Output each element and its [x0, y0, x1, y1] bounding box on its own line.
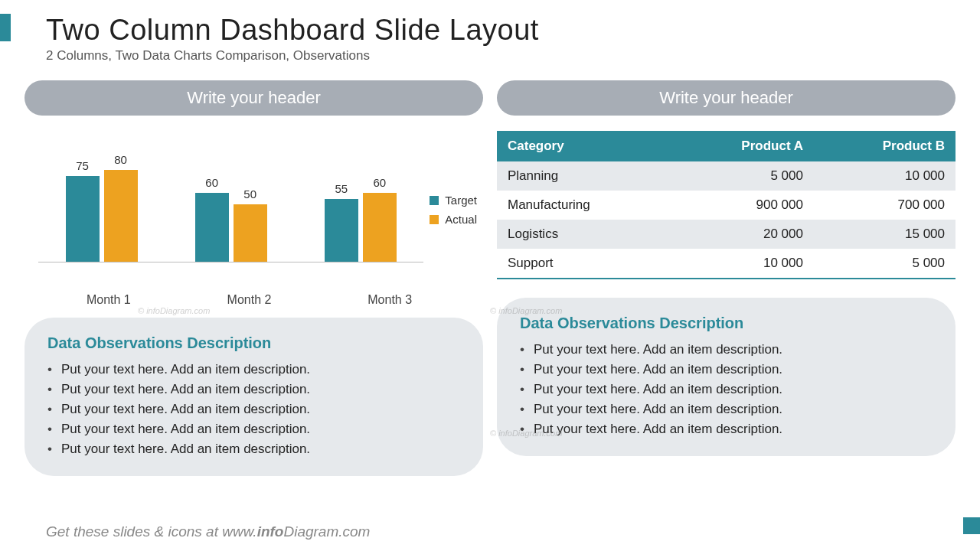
bullet-item: Put your text here. Add an item descript…	[520, 419, 933, 439]
table-row: Manufacturing900 000700 000	[497, 191, 956, 220]
accent-left	[0, 14, 11, 41]
right-header: Write your header	[497, 80, 956, 116]
table-header: Product B	[814, 131, 956, 161]
page-title: Two Column Dashboard Slide Layout	[46, 14, 934, 47]
table-cell: Logistics	[497, 220, 673, 249]
bar-actual: 80	[104, 170, 138, 262]
bar-actual: 50	[234, 204, 267, 262]
table-cell: 900 000	[673, 191, 814, 220]
bullet-item: Put your text here. Add an item descript…	[47, 399, 460, 419]
x-label: Month 1	[38, 287, 179, 307]
left-observations: Data Observations Description Put your t…	[24, 318, 483, 476]
watermark: © infoDiagram.com	[490, 429, 562, 438]
table-row: Support10 0005 000	[497, 249, 956, 279]
watermark: © infoDiagram.com	[490, 306, 562, 315]
left-obs-title: Data Observations Description	[47, 334, 460, 352]
table-header: Product A	[673, 131, 814, 161]
table-cell: 20 000	[673, 220, 814, 249]
page-subtitle: 2 Columns, Two Data Charts Comparison, O…	[46, 48, 934, 64]
watermark: © infoDiagram.com	[138, 306, 210, 315]
header: Two Column Dashboard Slide Layout 2 Colu…	[0, 0, 980, 68]
content: Write your header 758060505560 Target Ac…	[0, 68, 980, 476]
table-wrap: CategoryProduct AProduct B Planning5 000…	[497, 126, 956, 287]
bullet-item: Put your text here. Add an item descript…	[47, 439, 460, 459]
legend-target: Target	[445, 194, 477, 207]
bar-label: 80	[104, 153, 138, 166]
legend-actual: Actual	[445, 213, 477, 226]
month-group: 7580	[47, 147, 155, 262]
table-cell: Planning	[497, 161, 673, 191]
right-observations: Data Observations Description Put your t…	[497, 298, 956, 456]
table-header: Category	[497, 131, 673, 161]
bullet-item: Put your text here. Add an item descript…	[47, 419, 460, 439]
legend-swatch-target	[430, 196, 439, 205]
table-cell: 15 000	[814, 220, 956, 249]
col-right: Write your header CategoryProduct AProdu…	[497, 80, 956, 476]
bar-label: 50	[234, 187, 267, 201]
right-bullets: Put your text here. Add an item descript…	[520, 340, 933, 439]
bullet-item: Put your text here. Add an item descript…	[520, 360, 933, 380]
table-cell: 10 000	[673, 249, 814, 279]
bullet-item: Put your text here. Add an item descript…	[520, 340, 933, 360]
footer: Get these slides & icons at www.infoDiag…	[46, 523, 370, 540]
table-cell: Support	[497, 249, 673, 279]
bar-chart: 758060505560 Target Actual	[24, 126, 483, 287]
table-cell: 5 000	[814, 249, 956, 279]
table-cell: 700 000	[814, 191, 956, 220]
bar-label: 60	[195, 176, 229, 189]
table-cell: 5 000	[673, 161, 814, 191]
bullet-item: Put your text here. Add an item descript…	[47, 380, 460, 399]
x-axis-labels: Month 1Month 2Month 3	[24, 287, 483, 307]
data-table: CategoryProduct AProduct B Planning5 000…	[497, 131, 956, 279]
x-label: Month 3	[319, 287, 460, 307]
col-left: Write your header 758060505560 Target Ac…	[24, 80, 483, 476]
bar-target: 75	[66, 176, 100, 262]
accent-bottom-right	[963, 517, 980, 534]
bullet-item: Put your text here. Add an item descript…	[520, 399, 933, 419]
bar-actual: 60	[363, 193, 397, 262]
bar-label: 75	[66, 159, 100, 172]
right-obs-title: Data Observations Description	[520, 315, 933, 332]
bar-target: 55	[325, 199, 358, 262]
table-cell: 10 000	[814, 161, 956, 191]
bar-label: 60	[363, 176, 397, 189]
legend-swatch-actual	[430, 215, 439, 224]
left-header: Write your header	[24, 80, 483, 116]
table-row: Logistics20 00015 000	[497, 220, 956, 249]
month-group: 6050	[177, 147, 285, 262]
bar-target: 60	[195, 193, 229, 262]
bar-label: 55	[325, 182, 358, 195]
chart-wrap: 758060505560 Target Actual Month 1Month …	[24, 126, 483, 307]
left-bullets: Put your text here. Add an item descript…	[47, 360, 460, 459]
month-group: 5560	[306, 147, 414, 262]
x-label: Month 2	[179, 287, 320, 307]
table-row: Planning5 00010 000	[497, 161, 956, 191]
table-cell: Manufacturing	[497, 191, 673, 220]
bullet-item: Put your text here. Add an item descript…	[47, 360, 460, 380]
legend: Target Actual	[423, 132, 477, 287]
bullet-item: Put your text here. Add an item descript…	[520, 380, 933, 399]
